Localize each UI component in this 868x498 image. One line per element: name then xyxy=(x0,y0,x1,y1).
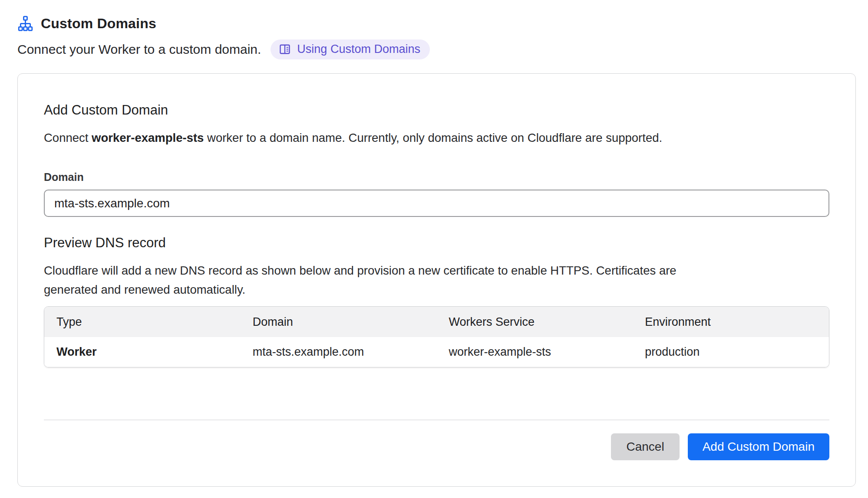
column-header-type: Type xyxy=(44,307,241,337)
cell-record-domain: mta-sts.example.com xyxy=(241,337,437,367)
preview-dns-heading: Preview DNS record xyxy=(44,235,829,251)
page-title: Custom Domains xyxy=(41,16,156,32)
add-custom-domain-button[interactable]: Add Custom Domain xyxy=(688,433,829,460)
page-header: Custom Domains xyxy=(17,16,856,32)
page-subtitle: Connect your Worker to a custom domain. xyxy=(17,42,261,57)
domain-input[interactable] xyxy=(44,190,829,217)
table-row: Worker mta-sts.example.com worker-exampl… xyxy=(44,337,829,367)
card-intro-text: Connect worker-example-sts worker to a d… xyxy=(44,129,829,147)
add-custom-domain-card: Add Custom Domain Connect worker-example… xyxy=(17,73,856,487)
page-subtitle-row: Connect your Worker to a custom domain. … xyxy=(17,39,856,59)
docs-link-label: Using Custom Domains xyxy=(297,43,420,55)
table-header-row: Type Domain Workers Service Environment xyxy=(44,307,829,337)
cell-record-environment: production xyxy=(633,337,829,367)
custom-domains-page: Custom Domains Connect your Worker to a … xyxy=(0,0,868,487)
cell-record-type: Worker xyxy=(44,337,241,367)
column-header-environment: Environment xyxy=(633,307,829,337)
cancel-button[interactable]: Cancel xyxy=(611,433,679,460)
sitemap-icon xyxy=(17,16,33,32)
domain-field-label: Domain xyxy=(44,171,829,183)
intro-suffix: worker to a domain name. Currently, only… xyxy=(204,131,662,144)
footer-divider xyxy=(44,419,829,420)
preview-desc-line: Cloudflare will add a new DNS record as … xyxy=(44,261,829,280)
preview-dns-description: Cloudflare will add a new DNS record as … xyxy=(44,261,829,299)
card-heading: Add Custom Domain xyxy=(44,102,829,118)
worker-name: worker-example-sts xyxy=(92,131,204,144)
docs-link-badge[interactable]: Using Custom Domains xyxy=(271,39,430,59)
card-actions: Cancel Add Custom Domain xyxy=(44,433,829,460)
preview-desc-line: generated and renewed automatically. xyxy=(44,280,829,299)
open-book-icon xyxy=(278,43,291,56)
dns-preview-table: Type Domain Workers Service Environment … xyxy=(44,306,829,367)
column-header-domain: Domain xyxy=(241,307,437,337)
intro-prefix: Connect xyxy=(44,131,92,144)
cell-record-workers-service: worker-example-sts xyxy=(437,337,633,367)
column-header-workers-service: Workers Service xyxy=(437,307,633,337)
